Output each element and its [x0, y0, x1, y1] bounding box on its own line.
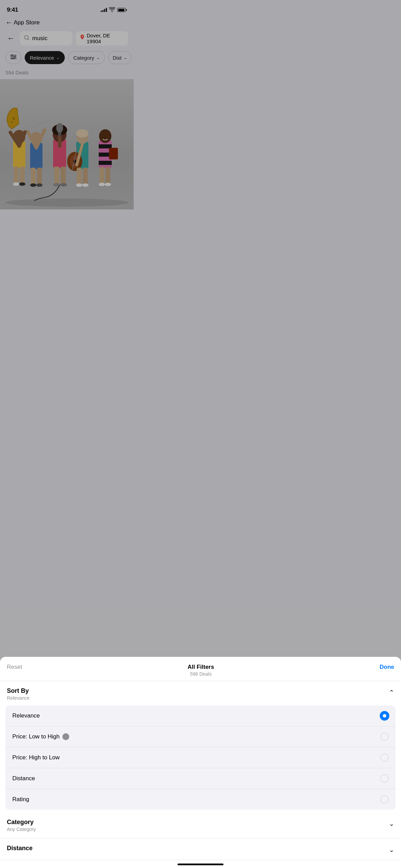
filter-modal-overlay: Reset All Filters 596 Deals Done Sort By…: [0, 0, 134, 289]
